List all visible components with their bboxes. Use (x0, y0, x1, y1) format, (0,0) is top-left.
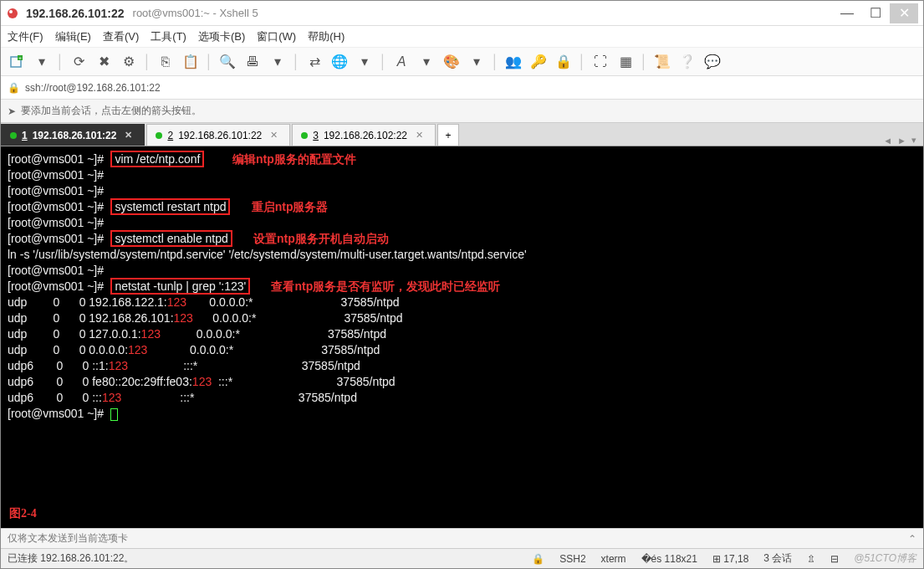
status-cursor: 17,18 (723, 553, 748, 565)
separator: │ (143, 51, 151, 73)
tab-close-icon[interactable]: ✕ (416, 130, 423, 141)
properties-icon[interactable]: ⚙ (118, 51, 140, 73)
separator: │ (205, 51, 213, 73)
separator: │ (640, 51, 648, 73)
script-icon[interactable]: 📜 (651, 51, 673, 73)
terminal-cursor (110, 408, 118, 421)
printdd-icon[interactable]: ▾ (267, 51, 288, 73)
netstat-row: udp 0 0 0.0.0.0:123 0.0.0.0:* 37585/ntpd (8, 343, 380, 356)
window-title-main: 192.168.26.101:22 (26, 7, 125, 20)
status-dot-icon (301, 132, 308, 139)
fullscreen-icon[interactable]: ⛶ (590, 51, 611, 73)
reconnect-icon[interactable]: ⟳ (68, 51, 89, 73)
title-bar: 192.168.26.101:22 root@vms001:~ - Xshell… (1, 1, 923, 26)
font-icon[interactable]: A (391, 51, 412, 73)
menu-view[interactable]: 查看(V) (103, 29, 139, 44)
svg-point-1 (9, 10, 13, 13)
status-dot-icon (156, 132, 162, 139)
status-sessions: 3 会话 (763, 551, 792, 566)
tabs-prev-icon[interactable]: ◄ (883, 136, 892, 146)
status-connection: 已连接 192.168.26.101:22。 (8, 551, 134, 566)
send-mode-text: 仅将文本发送到当前选项卡 (8, 531, 128, 546)
open-icon[interactable]: ▾ (31, 51, 53, 73)
netstat-row: udp 0 0 192.168.26.101:123 0.0.0.0:* 375… (8, 311, 403, 325)
session-tabs: 1 192.168.26.101:22 ✕ 2 192.168.26.101:2… (1, 123, 923, 146)
help-icon[interactable]: ❔ (676, 51, 698, 73)
address-url[interactable]: ssh://root@192.168.26.101:22 (25, 82, 161, 94)
menu-file[interactable]: 文件(F) (8, 29, 43, 44)
menu-edit[interactable]: 编辑(E) (55, 29, 91, 44)
status-caps-icon: ⇫ (807, 553, 815, 565)
netstat-row: udp6 0 0 fe80::20c:29ff:fe03:123 :::* 37… (8, 375, 396, 388)
tab-close-icon[interactable]: ✕ (270, 130, 278, 141)
paste-icon[interactable]: 📋 (180, 51, 202, 73)
chat-icon[interactable]: 💬 (702, 51, 723, 73)
status-size: 118x21 (665, 553, 697, 565)
menu-bar: 文件(F) 编辑(E) 查看(V) 工具(T) 选项卡(B) 窗口(W) 帮助(… (1, 26, 923, 48)
svg-text:+: + (18, 55, 22, 60)
lock-icon[interactable]: 🔒 (553, 51, 574, 73)
globedd-icon[interactable]: ▾ (354, 51, 375, 73)
globe-icon[interactable]: 🌐 (329, 51, 350, 73)
tabs-next-icon[interactable]: ► (897, 136, 906, 146)
tab-new-button[interactable]: + (437, 124, 459, 146)
transfer-icon[interactable]: ⇄ (304, 51, 325, 73)
tab-label: 192.168.26.101:22 (33, 130, 117, 141)
menu-help[interactable]: 帮助(H) (308, 29, 345, 44)
separator: │ (292, 51, 300, 73)
status-term: xterm (601, 553, 626, 565)
tabs-menu-icon[interactable]: ▾ (911, 135, 916, 146)
terminal-output[interactable]: [root@vms001 ~]# vim /etc/ntp.conf 编辑ntp… (1, 146, 923, 528)
fontdd-icon[interactable]: ▾ (416, 51, 437, 73)
close-button[interactable]: ✕ (890, 3, 918, 23)
print-icon[interactable]: 🖶 (242, 51, 263, 73)
status-dot-icon (10, 132, 17, 139)
new-session-icon[interactable]: + (6, 51, 28, 73)
tab-index: 1 (22, 130, 28, 141)
copy-icon[interactable]: ⎘ (155, 51, 176, 73)
status-num-icon: ⊟ (830, 553, 839, 565)
tab-close-icon[interactable]: ✕ (125, 130, 132, 141)
tab-session-1[interactable]: 1 192.168.26.101:22 ✕ (1, 124, 145, 146)
status-bar: 已连接 192.168.26.101:22。 🔒 SSH2 xterm �és … (1, 548, 923, 568)
send-bar[interactable]: 仅将文本发送到当前选项卡 ⌃ (1, 528, 923, 548)
hint-bar: ➤ 要添加当前会话，点击左侧的箭头按钮。 (1, 100, 923, 123)
watermark: @51CTO博客 (854, 551, 916, 566)
app-icon (6, 7, 19, 20)
hint-arrow-icon[interactable]: ➤ (8, 105, 16, 117)
color-icon[interactable]: 🎨 (441, 51, 462, 73)
colordd-icon[interactable]: ▾ (466, 51, 488, 73)
tab-session-2[interactable]: 2 192.168.26.101:22 ✕ (146, 124, 290, 146)
find-icon[interactable]: 🔍 (217, 51, 238, 73)
send-dropdown-icon[interactable]: ⌃ (908, 533, 916, 545)
window-title-sub: root@vms001:~ - Xshell 5 (133, 7, 258, 19)
toolbar: + ▾ │ ⟳ ✖ ⚙ │ ⎘ 📋 │ 🔍 🖶 ▾ │ ⇄ 🌐 ▾ │ A ▾ … (1, 48, 923, 76)
tab-session-3[interactable]: 3 192.168.26.102:22 ✕ (292, 124, 436, 146)
netstat-row: udp 0 0 192.168.122.1:123 0.0.0.0:* 3758… (8, 295, 400, 309)
netstat-row: udp6 0 0 :::123 :::* 37585/ntpd (8, 391, 357, 404)
minimize-button[interactable]: — (833, 3, 861, 23)
tab-label: 192.168.26.101:22 (178, 130, 262, 141)
address-bar: 🔒 ssh://root@192.168.26.101:22 (1, 76, 923, 100)
status-protocol: SSH2 (559, 553, 585, 565)
tab-index: 3 (313, 130, 319, 141)
tabs-nav: ◄ ► ▾ (883, 135, 923, 146)
menu-window[interactable]: 窗口(W) (257, 29, 296, 44)
hint-text: 要添加当前会话，点击左侧的箭头按钮。 (21, 104, 202, 118)
separator: │ (56, 51, 64, 73)
lock-small-icon: 🔒 (8, 82, 20, 94)
users-icon[interactable]: 👥 (503, 51, 524, 73)
tab-index: 2 (167, 130, 173, 141)
netstat-row: udp 0 0 127.0.0.1:123 0.0.0.0:* 37585/nt… (8, 327, 386, 341)
maximize-button[interactable]: ☐ (861, 3, 890, 23)
disconnect-icon[interactable]: ✖ (93, 51, 115, 73)
grid-icon[interactable]: ▦ (615, 51, 636, 73)
tab-label: 192.168.26.102:22 (324, 130, 407, 141)
menu-tools[interactable]: 工具(T) (151, 29, 186, 44)
status-lock-icon: 🔒 (532, 553, 544, 565)
key-icon[interactable]: 🔑 (528, 51, 549, 73)
separator: │ (379, 51, 387, 73)
svg-point-0 (8, 8, 18, 18)
figure-label: 图2-4 (9, 506, 37, 521)
menu-tabs[interactable]: 选项卡(B) (198, 29, 245, 44)
